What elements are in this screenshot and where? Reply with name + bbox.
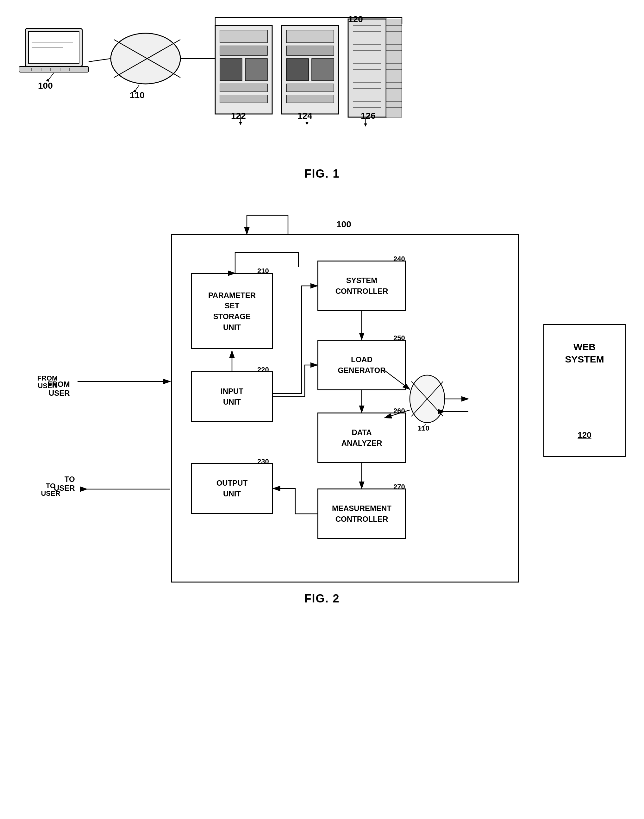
fig2-area: FROMUSER TOUSER 100 PARAMETERSETSTORAGEU… <box>0 196 644 624</box>
fig2-caption: FIG. 2 <box>25 592 619 605</box>
svg-rect-23 <box>220 58 242 81</box>
svg-rect-30 <box>287 58 308 81</box>
fig1-area: 100 110 120 122 124 126 FIG. 1 <box>0 0 644 184</box>
box-260: DATAANALYZER <box>317 412 406 463</box>
fig1-label-100: 100 <box>38 81 53 91</box>
label-260: DATAANALYZER <box>342 427 382 448</box>
label-270: MEASUREMENTCONTROLLER <box>332 503 391 524</box>
fig1-label-120: 120 <box>348 14 363 25</box>
svg-rect-22 <box>220 46 267 55</box>
svg-line-15 <box>114 40 180 78</box>
svg-line-14 <box>114 40 180 78</box>
fig1-label-126: 126 <box>361 111 376 121</box>
svg-point-13 <box>111 33 180 84</box>
svg-rect-24 <box>245 58 267 81</box>
label-230: OUTPUTUNIT <box>216 478 248 499</box>
svg-rect-0 <box>25 29 82 66</box>
num-240: 240 <box>393 255 405 263</box>
fig1-caption: FIG. 1 <box>0 167 644 180</box>
svg-rect-34 <box>348 19 386 117</box>
fig1-svg <box>0 0 644 184</box>
svg-rect-26 <box>220 95 267 103</box>
svg-rect-29 <box>287 46 334 55</box>
num-210: 210 <box>257 267 269 275</box>
svg-rect-20 <box>215 25 272 114</box>
svg-rect-2 <box>19 66 89 72</box>
box-220: INPUTUNIT <box>191 371 273 422</box>
box-270: MEASUREMENTCONTROLLER <box>317 489 406 539</box>
web-system-box: WEBSYSTEM 120 <box>543 324 626 457</box>
label-220: INPUTUNIT <box>221 386 243 407</box>
web-system-label: WEBSYSTEM <box>565 341 604 365</box>
fig1-label-122: 122 <box>231 111 246 121</box>
svg-line-11 <box>48 73 54 81</box>
num-250: 250 <box>393 334 405 342</box>
web-system-num: 120 <box>578 430 591 440</box>
svg-rect-35 <box>386 19 402 117</box>
svg-marker-72 <box>364 123 367 127</box>
num-220: 220 <box>257 366 269 374</box>
svg-rect-21 <box>220 30 267 43</box>
svg-rect-32 <box>287 84 334 92</box>
num-260: 260 <box>393 407 405 415</box>
svg-rect-31 <box>312 58 334 81</box>
fig1-label-110: 110 <box>130 90 145 100</box>
box-230: OUTPUTUNIT <box>191 463 273 514</box>
box-240: SYSTEMCONTROLLER <box>317 261 406 311</box>
num-270: 270 <box>393 483 405 491</box>
fig1-label-124: 124 <box>297 111 312 121</box>
svg-marker-68 <box>239 122 242 125</box>
svg-rect-1 <box>29 32 79 63</box>
label-240: SYSTEMCONTROLLER <box>336 275 388 296</box>
num-230: 230 <box>257 458 269 466</box>
svg-marker-70 <box>305 122 308 125</box>
box-210: PARAMETERSETSTORAGEUNIT <box>191 273 273 349</box>
svg-line-18 <box>89 58 111 62</box>
outer-box-100: 100 PARAMETERSETSTORAGEUNIT 210 INPUTUNI… <box>171 234 519 582</box>
to-user-label: TOUSER <box>54 475 75 493</box>
label-250: LOADGENERATOR <box>338 354 385 375</box>
svg-rect-28 <box>287 30 334 43</box>
box-250: LOADGENERATOR <box>317 340 406 390</box>
svg-rect-27 <box>282 25 339 114</box>
from-user-label: FROMUSER <box>48 380 70 398</box>
svg-rect-25 <box>220 84 267 92</box>
fig2-label-100: 100 <box>336 220 351 229</box>
label-210: PARAMETERSETSTORAGEUNIT <box>208 290 256 332</box>
svg-rect-33 <box>287 95 334 103</box>
